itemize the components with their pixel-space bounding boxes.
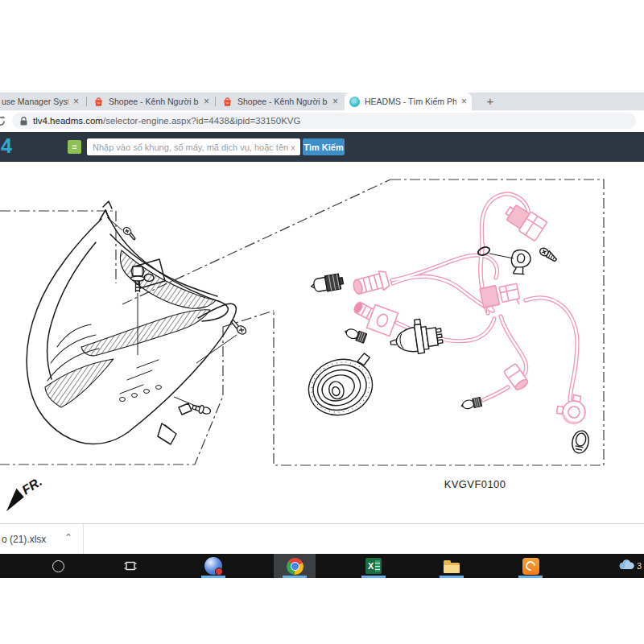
harness-clamp xyxy=(510,249,531,275)
excel-icon: X xyxy=(365,558,382,574)
shopee-bag-icon xyxy=(222,97,233,107)
tab-close-icon[interactable]: × xyxy=(73,97,79,106)
orange-app-button[interactable] xyxy=(522,557,539,575)
tab-close-icon[interactable]: × xyxy=(461,97,467,106)
tab-shopee-1[interactable]: Shopee - Kênh Người bán × xyxy=(89,93,214,110)
tail-wedge-bulb xyxy=(570,429,590,455)
task-view-icon xyxy=(124,560,137,572)
tab-title: Shopee - Kênh Người bán xyxy=(109,97,199,106)
headms-circle-icon xyxy=(349,97,360,107)
cortana-circle-icon xyxy=(52,560,64,572)
running-indicator xyxy=(361,576,386,578)
url-field[interactable]: tlv4.headms.com/selector-engine.aspx?id=… xyxy=(12,113,636,129)
taskbar-clock[interactable]: 3 xyxy=(637,561,642,571)
excel-button[interactable]: X xyxy=(365,557,382,575)
fr-direction-marker: FR. xyxy=(0,474,45,511)
running-indicator xyxy=(283,576,307,578)
url-domain: tlv4.headms.com xyxy=(33,116,103,126)
search-input[interactable] xyxy=(87,138,300,155)
url-path: /selector-engine.aspx?id=4438&ipid=33150… xyxy=(103,116,301,126)
dust-cover-seal xyxy=(301,349,384,423)
small-bulb xyxy=(460,398,482,411)
download-shelf: o (21).xlsx ⌃ xyxy=(0,523,644,554)
reload-icon[interactable] xyxy=(0,115,6,127)
browser-tab-strip: use Manager System × Shopee - Kênh Người… xyxy=(0,93,644,110)
running-indicator xyxy=(201,576,225,578)
tab-title: HEADMS - Tìm Kiếm Phụ Tùng xyxy=(365,97,456,106)
running-indicator xyxy=(440,576,464,578)
blue-red-app-icon xyxy=(204,557,222,575)
harness-connector-top xyxy=(502,200,547,241)
folder-icon xyxy=(444,563,460,573)
tab-headms-active[interactable]: HEADMS - Tìm Kiếm Phụ Tùng × xyxy=(345,93,472,110)
browser-address-bar: tlv4.headms.com/selector-engine.aspx?id=… xyxy=(0,110,644,132)
tab-shopee-2[interactable]: Shopee - Kênh Người bán × xyxy=(217,93,343,110)
tab-close-icon[interactable]: × xyxy=(204,97,209,106)
fr-label: FR. xyxy=(19,474,44,497)
clamp-screw xyxy=(539,246,559,262)
site-header: 4 ≡ Tìm Kiếm xyxy=(0,132,644,162)
tab-close-icon[interactable]: × xyxy=(332,97,338,106)
bulbs-and-small-parts xyxy=(301,246,590,455)
downloaded-file-item[interactable]: o (21).xlsx xyxy=(2,534,46,545)
bulb-socket-a xyxy=(352,270,390,297)
search-button[interactable]: Tìm Kiếm xyxy=(303,138,345,155)
pinned-app-button[interactable] xyxy=(204,557,222,575)
task-view-button[interactable] xyxy=(122,557,139,575)
weather-cloud-icon[interactable] xyxy=(619,559,634,571)
new-tab-button[interactable]: + xyxy=(483,94,497,109)
part-code-label: KVGVF0100 xyxy=(444,478,506,490)
site-logo: 4 xyxy=(1,134,12,158)
cortana-button[interactable] xyxy=(49,557,67,575)
menu-button[interactable]: ≡ xyxy=(68,140,81,154)
clamp-leader-line xyxy=(489,254,514,258)
small-bulb xyxy=(344,327,367,343)
chrome-icon xyxy=(287,558,303,575)
chrome-button[interactable] xyxy=(286,557,303,575)
tab-title: use Manager System xyxy=(2,97,68,106)
orange-swirl-app-icon xyxy=(522,558,539,575)
tab-title: Shopee - Kênh Người bán xyxy=(237,97,328,106)
file-explorer-button[interactable] xyxy=(443,557,460,575)
windows-taskbar: X 3 xyxy=(0,554,644,578)
tab-house-manager[interactable]: use Manager System × xyxy=(0,93,84,110)
wire-harness-drawing xyxy=(349,194,588,425)
wedge-bulb xyxy=(310,273,345,294)
running-indicator xyxy=(518,576,543,578)
tab-divider xyxy=(215,97,216,106)
shopee-bag-icon xyxy=(93,97,104,107)
tab-divider xyxy=(86,97,87,106)
chevron-up-icon[interactable]: ⌃ xyxy=(64,532,72,543)
shelf-divider xyxy=(83,524,84,554)
parts-diagram: FR. KVGVF0100 xyxy=(0,162,644,523)
padlock-icon xyxy=(20,117,27,126)
